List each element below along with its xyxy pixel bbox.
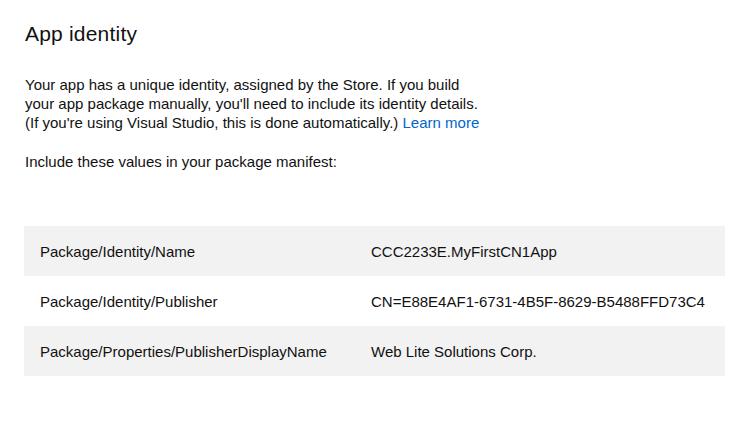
table-row: Package/Identity/Publisher CN=E88E4AF1-6… — [24, 276, 725, 326]
intro-line-3: (If you're using Visual Studio, this is … — [25, 114, 398, 131]
manifest-instruction: Include these values in your package man… — [25, 153, 755, 170]
identity-name-key: Package/Identity/Name — [24, 243, 371, 260]
identity-table: Package/Identity/Name CCC2233E.MyFirstCN… — [24, 226, 725, 376]
intro-paragraph: Your app has a unique identity, assigned… — [25, 75, 755, 132]
intro-line-1: Your app has a unique identity, assigned… — [25, 75, 755, 94]
table-row: Package/Identity/Name CCC2233E.MyFirstCN… — [24, 226, 725, 276]
learn-more-link[interactable]: Learn more — [403, 114, 480, 131]
identity-name-value: CCC2233E.MyFirstCN1App — [371, 243, 725, 260]
publisher-display-name-value: Web Lite Solutions Corp. — [371, 343, 725, 360]
identity-publisher-key: Package/Identity/Publisher — [24, 293, 371, 310]
table-row: Package/Properties/PublisherDisplayName … — [24, 326, 725, 376]
intro-line-2: your app package manually, you'll need t… — [25, 94, 755, 113]
publisher-display-name-key: Package/Properties/PublisherDisplayName — [24, 343, 371, 360]
page-title: App identity — [25, 22, 755, 46]
identity-publisher-value: CN=E88E4AF1-6731-4B5F-8629-B5488FFD73C4 — [371, 293, 725, 310]
app-identity-page: App identity Your app has a unique ident… — [0, 0, 755, 376]
